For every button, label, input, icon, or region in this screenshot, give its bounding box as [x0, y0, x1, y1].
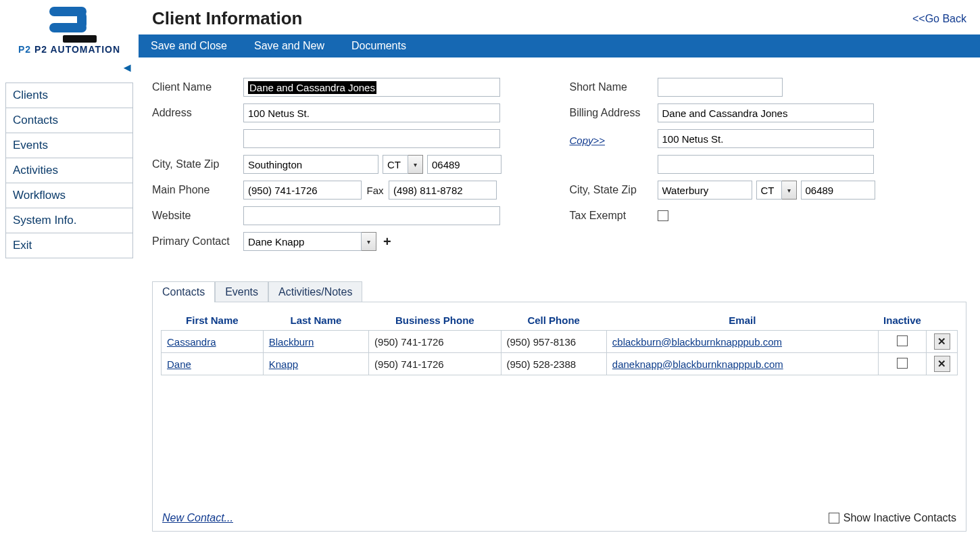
contact-business-phone: (950) 741-1726: [369, 353, 501, 375]
contact-last-name-link[interactable]: Knapp: [269, 358, 298, 370]
billing-state-dropdown-icon[interactable]: ▾: [782, 181, 797, 200]
short-name-input[interactable]: [658, 78, 783, 97]
tab-activities-notes[interactable]: Activities/Notes: [268, 281, 362, 302]
tab-events[interactable]: Events: [215, 281, 268, 302]
col-header-cell-phone: Cell Phone: [501, 310, 606, 331]
brand-name: P2 P2 AUTOMATION: [18, 44, 120, 55]
contact-business-phone: (950) 741-1726: [369, 331, 501, 353]
state-select[interactable]: [383, 155, 408, 174]
label-billing-address: Billing Address: [570, 107, 658, 119]
billing-name-input[interactable]: [658, 103, 874, 122]
contact-last-name-link[interactable]: Blackburn: [269, 336, 314, 348]
show-inactive-checkbox[interactable]: [829, 513, 839, 523]
contact-inactive-checkbox[interactable]: [897, 335, 908, 346]
col-header-first-name: First Name: [162, 310, 264, 331]
website-input[interactable]: [243, 206, 500, 225]
label-primary-contact: Primary Contact: [152, 235, 243, 248]
sidebar-item-contacts[interactable]: Contacts: [6, 108, 132, 133]
contact-first-name-link[interactable]: Dane: [167, 358, 191, 370]
save-and-close-button[interactable]: Save and Close: [151, 40, 227, 52]
new-contact-link[interactable]: New Contact...: [162, 512, 233, 524]
col-header-email: Email: [606, 310, 878, 331]
contact-inactive-checkbox[interactable]: [897, 358, 908, 369]
label-address: Address: [152, 107, 243, 119]
contact-delete-button[interactable]: ✕: [934, 333, 950, 350]
action-toolbar: Save and Close Save and New Documents: [139, 34, 980, 57]
sidebar-collapse-icon[interactable]: ◄: [0, 61, 139, 76]
label-main-phone: Main Phone: [152, 184, 243, 196]
label-website: Website: [152, 210, 243, 222]
contact-delete-button[interactable]: ✕: [934, 356, 950, 372]
table-row: Cassandra Blackburn (950) 741-1726 (950)…: [162, 331, 958, 353]
contacts-table: First Name Last Name Business Phone Cell…: [161, 310, 958, 375]
add-primary-contact-button[interactable]: +: [383, 234, 391, 250]
primary-contact-select[interactable]: [243, 232, 362, 251]
client-name-input[interactable]: Dane and Cassandra Jones: [243, 78, 500, 97]
contact-cell-phone: (950) 957-8136: [501, 331, 606, 353]
col-header-inactive: Inactive: [878, 310, 926, 331]
billing-state-select[interactable]: [756, 181, 782, 200]
state-dropdown-icon[interactable]: ▾: [408, 155, 423, 174]
contact-first-name-link[interactable]: Cassandra: [167, 336, 216, 348]
documents-button[interactable]: Documents: [351, 40, 406, 52]
sidebar-nav: Clients Contacts Events Activities Workf…: [5, 83, 133, 258]
contact-cell-phone: (950) 528-2388: [501, 353, 606, 375]
go-back-link[interactable]: <<Go Back: [912, 13, 966, 25]
billing-addr1-input[interactable]: [658, 129, 874, 148]
billing-city-input[interactable]: [658, 181, 752, 200]
label-short-name: Short Name: [570, 81, 658, 93]
fax-input[interactable]: [389, 181, 497, 200]
address2-input[interactable]: [243, 129, 500, 148]
copy-address-link[interactable]: Copy>>: [570, 135, 606, 146]
contact-email-link[interactable]: cblackburn@blackburnknapppub.com: [612, 336, 782, 348]
save-and-new-button[interactable]: Save and New: [254, 40, 324, 52]
col-header-last-name: Last Name: [263, 310, 368, 331]
label-tax-exempt: Tax Exempt: [570, 210, 658, 222]
main-phone-input[interactable]: [243, 181, 362, 200]
sidebar-item-activities[interactable]: Activities: [6, 158, 132, 183]
sidebar-item-workflows[interactable]: Workflows: [6, 183, 132, 208]
sidebar-item-events[interactable]: Events: [6, 133, 132, 158]
sidebar-item-system-info[interactable]: System Info.: [6, 208, 132, 233]
address1-input[interactable]: [243, 103, 500, 122]
zip-input[interactable]: [427, 155, 501, 174]
svg-rect-2: [49, 23, 87, 32]
sidebar-item-clients[interactable]: Clients: [6, 83, 132, 108]
billing-zip-input[interactable]: [801, 181, 875, 200]
col-header-business-phone: Business Phone: [369, 310, 501, 331]
tab-contacts[interactable]: Contacts: [152, 281, 215, 302]
label-city-state-zip: City, State Zip: [152, 158, 243, 170]
svg-rect-3: [63, 35, 97, 43]
tax-exempt-checkbox[interactable]: [658, 210, 668, 221]
brand-logo: P2 P2 AUTOMATION: [5, 3, 134, 57]
city-input[interactable]: [243, 155, 378, 174]
label-fax: Fax: [362, 185, 389, 196]
client-name-value: Dane and Cassandra Jones: [248, 81, 376, 94]
page-title: Client Information: [152, 8, 302, 29]
table-row: Dane Knapp (950) 741-1726 (950) 528-2388…: [162, 353, 958, 375]
billing-addr2-input[interactable]: [658, 155, 874, 174]
show-inactive-label: Show Inactive Contacts: [843, 512, 956, 524]
sidebar-item-exit[interactable]: Exit: [6, 233, 132, 258]
label-client-name: Client Name: [152, 81, 243, 93]
contact-email-link[interactable]: daneknapp@blackburnknapppub.com: [612, 358, 783, 370]
tab-content-contacts: First Name Last Name Business Phone Cell…: [152, 302, 966, 532]
label-bill-city-state-zip: City, State Zip: [570, 184, 658, 196]
primary-contact-dropdown-icon[interactable]: ▾: [362, 232, 376, 251]
